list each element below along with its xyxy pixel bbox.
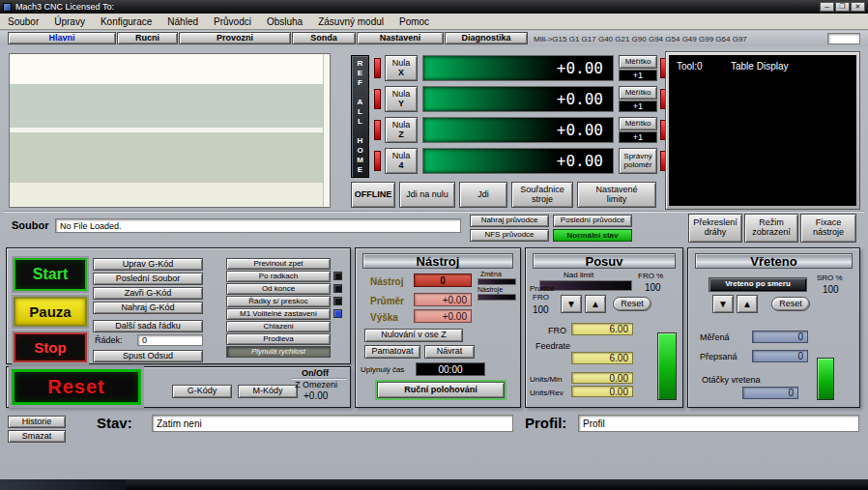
tool-fix-line2: nástroje: [813, 228, 844, 238]
ref-all-home-button[interactable]: REF ALL HOME: [351, 55, 369, 178]
manual-jog-button[interactable]: Ruční polohování: [377, 382, 505, 398]
reset-button[interactable]: Reset: [12, 369, 141, 405]
zero-z-button[interactable]: Nula Z: [385, 117, 418, 143]
sro-percent-label: SRO %: [817, 274, 843, 282]
menu-zasuvny-modul[interactable]: Zásuvný modul: [310, 14, 391, 30]
nfs-wizard-button[interactable]: NFS průvodce: [470, 229, 549, 242]
feed-reset-button[interactable]: Reset: [613, 297, 651, 311]
scale-y-button[interactable]: Měřítko: [619, 86, 657, 100]
single-step-button[interactable]: Po radkach: [226, 271, 331, 282]
load-gcode-button[interactable]: Nahraj G-Kód: [93, 302, 203, 314]
dro-y[interactable]: +0.00: [422, 86, 614, 112]
cv-mode-button[interactable]: Plynulá rychlost: [226, 346, 331, 358]
profile-field: Profil: [578, 415, 859, 432]
tab-nastaveni[interactable]: Nastaveni: [357, 32, 444, 44]
load-wizard-button[interactable]: Nahraj průvodce: [470, 215, 549, 227]
stop-button[interactable]: Stop: [14, 332, 87, 362]
display-mode-button[interactable]: Režim zobrazení: [744, 214, 798, 243]
offline-button[interactable]: OFFLINE: [351, 182, 395, 208]
start-button[interactable]: Start: [14, 258, 87, 291]
menu-konfigurace[interactable]: Konfigurace: [93, 14, 159, 30]
soft-limits-button[interactable]: Nastavené limity: [577, 182, 656, 208]
display-mode-line2: zobrazení: [752, 228, 791, 238]
feed-override-bar: [657, 332, 677, 400]
close-button[interactable]: ✕: [851, 2, 865, 12]
run-from-here-button[interactable]: Spust Odsud: [93, 350, 203, 362]
dro-x[interactable]: +0.00: [422, 55, 614, 81]
radius-correct-line2: poloměr: [624, 161, 652, 170]
last-wizard-button[interactable]: Poslední průvodce: [553, 215, 632, 227]
scale-x-button[interactable]: Měřítko: [619, 55, 657, 69]
scale-z-button[interactable]: Měřítko: [619, 117, 657, 130]
tab-provozni[interactable]: Provozni: [179, 32, 291, 44]
radius-correct-button[interactable]: Správný poloměr: [619, 148, 657, 174]
fro-percent-label: FRO %: [638, 272, 663, 280]
gcodes-button[interactable]: G-Kódy: [172, 385, 232, 398]
return-button[interactable]: Návrat: [424, 345, 475, 359]
elapsed-time-label: Uplynulý čas: [361, 365, 404, 374]
go-button[interactable]: Jdi: [459, 182, 507, 208]
spindle-reset-button[interactable]: Reset: [771, 297, 810, 311]
machine-coords-button[interactable]: Souřadnice stroje: [511, 182, 573, 208]
zero-y-button[interactable]: Nula Y: [385, 86, 418, 112]
height-field[interactable]: +0.00: [414, 309, 472, 323]
maximize-button[interactable]: ❒: [835, 2, 850, 12]
spindle-up-arrow-button[interactable]: ▲: [737, 295, 758, 313]
zero-z-tool-button[interactable]: Nulování v ose Z: [364, 329, 463, 342]
tab-rucni[interactable]: Rucni: [117, 32, 178, 44]
menu-pomoc[interactable]: Pomoc: [391, 14, 437, 30]
zero-x-button[interactable]: Nula X: [385, 55, 418, 81]
feed-up-arrow-button[interactable]: ▲: [585, 295, 606, 313]
zero-4-button[interactable]: Nula 4: [385, 148, 418, 174]
tool-panel-title: Nástroj: [362, 253, 513, 269]
menu-soubor[interactable]: Soubor: [0, 14, 46, 30]
goto-zero-button[interactable]: Jdi na nulu: [399, 182, 455, 208]
tool-number-field[interactable]: 0: [414, 274, 472, 287]
reverse-run-button[interactable]: Od konce: [226, 283, 331, 295]
remember-button[interactable]: Pamatovat: [364, 345, 420, 359]
clear-button[interactable]: Smazat: [8, 430, 66, 443]
machine-coords-line2: stroje: [532, 195, 553, 205]
dwell-button[interactable]: Prodleva: [226, 333, 331, 345]
gcode-scrollbar[interactable]: [323, 54, 330, 207]
dro-z[interactable]: +0.00: [422, 117, 614, 143]
spindle-down-arrow-button[interactable]: ▼: [712, 295, 734, 313]
scale-z-value: +1: [619, 131, 657, 143]
spindle-direction-button[interactable]: Vreteno po smeru: [709, 277, 807, 292]
history-button[interactable]: Historie: [8, 416, 66, 428]
scale-y-value: +1: [619, 101, 657, 112]
tool-fix-button[interactable]: Fixace nástroje: [800, 214, 856, 243]
menu-nahled[interactable]: Náhled: [159, 14, 206, 30]
redraw-path-button[interactable]: Překreslení dráhy: [688, 214, 742, 243]
feed-panel-title: Posuv: [533, 253, 676, 269]
taskbar: [0, 479, 868, 490]
menu-upravy[interactable]: Úpravy: [46, 14, 93, 30]
gcode-list[interactable]: [9, 53, 331, 208]
last-file-button[interactable]: Poslední Soubor: [93, 273, 203, 285]
feed-down-arrow-button[interactable]: ▼: [561, 295, 582, 313]
coolant-button[interactable]: Chlazeni: [226, 321, 331, 332]
axis-letter: Y: [398, 100, 404, 109]
m1-optional-stop-button[interactable]: M1 Volitelné zastavení: [226, 308, 331, 320]
fro-field[interactable]: 6.00: [571, 323, 633, 335]
soft-limits-line2: limity: [607, 195, 627, 205]
block-delete-button[interactable]: Řádky s/ preskoc: [226, 296, 331, 307]
minimize-button[interactable]: ─: [820, 2, 834, 12]
tab-sonda[interactable]: Sonda: [292, 32, 356, 44]
redraw-line2: dráhy: [705, 228, 727, 238]
dro-4[interactable]: +0.00: [422, 148, 614, 174]
menu-pruvodci[interactable]: Průvodci: [206, 14, 259, 30]
file-field[interactable]: No File Loaded.: [55, 218, 461, 233]
rewind-button[interactable]: Previnout zpet: [226, 258, 331, 270]
mcodes-button[interactable]: M-Kódy: [238, 385, 298, 398]
toolpath-display[interactable]: Tool:0 Table Display: [669, 55, 856, 206]
tab-hlavni[interactable]: Hlavni: [8, 32, 116, 44]
close-gcode-button[interactable]: Zavři G-Kód: [93, 287, 203, 300]
tab-diagnostika[interactable]: Diagnostika: [445, 32, 528, 44]
menu-obsluha[interactable]: Obsluha: [259, 14, 310, 30]
line-number-field[interactable]: 0: [137, 334, 203, 346]
set-next-line-button[interactable]: Další sada řádku: [93, 320, 203, 332]
diameter-field[interactable]: +0.00: [414, 293, 472, 306]
edit-gcode-button[interactable]: Uprav G-Kód: [93, 258, 203, 271]
pause-button[interactable]: Pauza: [14, 297, 87, 327]
